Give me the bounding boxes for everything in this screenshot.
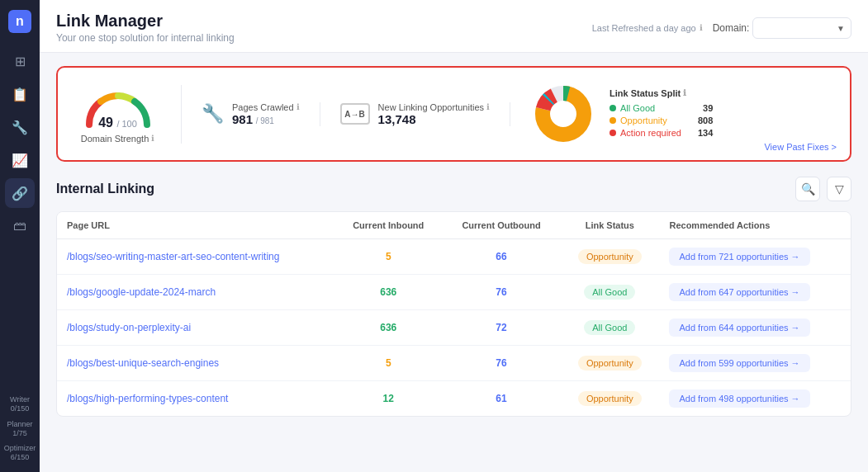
domain-strength-section: 49 / 100 Domain Strength ℹ [74,85,182,144]
cell-url-0: /blogs/seo-writing-master-art-seo-conten… [57,239,334,275]
cell-inbound-0: 5 [334,239,443,275]
cell-inbound-3: 5 [334,346,443,381]
cell-url-2: /blogs/study-on-perplexity-ai [57,310,334,346]
cell-status-3: Opportunity [560,346,659,381]
page-title: Link Manager [56,12,235,31]
pie-svg [530,81,596,147]
page-content: 49 / 100 Domain Strength ℹ 🔧 Pages Crawl… [40,53,868,472]
status-badge-2: All Good [584,320,635,335]
sidebar-item-box[interactable]: 🗃 [5,211,35,241]
cell-action-0: Add from 721 opportunities → [659,239,851,275]
table-row: /blogs/study-on-perplexity-ai 636 72 All… [57,310,851,346]
page-header: Link Manager Your one stop solution for … [40,0,868,53]
table-row: /blogs/seo-writing-master-art-seo-conten… [57,239,851,275]
url-link-0[interactable]: /blogs/seo-writing-master-art-seo-conten… [67,251,279,262]
status-badge-3: Opportunity [578,356,642,371]
link-opp-label: New Linking Opportunities ℹ [378,102,490,112]
domain-label: Domain: [713,22,750,34]
sidebar: n ⊞ 📋 🔧 📈 🔗 🗃 Writer0/150 Planner1/75 Op… [0,0,40,472]
table-row: /blogs/google-update-2024-march 636 76 A… [57,275,851,310]
pages-crawled-value: 981 / 981 [232,112,300,126]
col-outbound: Current Outbound [443,212,560,239]
col-status: Link Status [560,212,659,239]
domain-strength-label: Domain Strength ℹ [81,134,155,144]
sidebar-item-tools[interactable]: 🔧 [5,112,35,142]
cell-url-4: /blogs/high-performing-types-content [57,381,334,417]
cell-outbound-0: 66 [443,239,560,275]
cell-outbound-3: 76 [443,346,560,381]
section-actions: 🔍 ▽ [795,177,851,201]
cell-url-1: /blogs/google-update-2024-march [57,275,334,310]
table-row: /blogs/high-performing-types-content 12 … [57,381,851,417]
opportunity-label: Opportunity [620,116,667,125]
refresh-info-icon[interactable]: ℹ [700,23,703,32]
sidebar-planner[interactable]: Planner1/75 [7,420,32,438]
sidebar-item-chart[interactable]: 📈 [5,145,35,175]
link-opp-text: New Linking Opportunities ℹ 13,748 [378,102,490,126]
sidebar-optimizer[interactable]: Optimizer6/150 [4,444,36,462]
view-past-fixes[interactable]: View Past Fixes > [764,142,837,152]
sidebar-item-link[interactable]: 🔗 [5,178,35,208]
action-button-1[interactable]: Add from 647 opportunities → [669,283,809,301]
pages-crawled-info-icon[interactable]: ℹ [296,102,300,111]
link-opportunities-section: A→B New Linking Opportunities ℹ 13,748 [320,102,510,126]
internal-linking-header: Internal Linking 🔍 ▽ [56,177,851,201]
status-badge-4: Opportunity [578,391,642,406]
action-button-4[interactable]: Add from 498 opportunities → [669,389,809,408]
pages-crawled-label: Pages Crawled ℹ [232,102,300,112]
internal-linking-title: Internal Linking [56,182,154,196]
allgood-count: 39 [703,103,713,113]
page-subtitle: Your one stop solution for internal link… [56,32,235,44]
filter-button[interactable]: ▽ [827,177,851,201]
last-refreshed: Last Refreshed a day ago ℹ [592,23,703,33]
cell-status-4: Opportunity [560,381,659,417]
link-opp-info-icon[interactable]: ℹ [486,102,490,111]
table-row: /blogs/best-unique-search-engines 5 76 O… [57,346,851,381]
status-badge-0: Opportunity [578,249,642,264]
cell-action-3: Add from 599 opportunities → [659,346,851,381]
domain-info-icon[interactable]: ℹ [151,134,154,143]
cell-outbound-2: 72 [443,310,560,346]
pie-chart [530,81,596,147]
app-logo[interactable]: n [8,10,31,33]
domain-strength-value: 49 / 100 [98,116,137,130]
action-button-0[interactable]: Add from 721 opportunities → [669,248,809,266]
link-status-section: Link Status Split ℹ All Good 39 Opp [510,81,833,147]
search-button[interactable]: 🔍 [795,177,820,201]
sidebar-item-doc[interactable]: 📋 [5,79,35,109]
allgood-label: All Good [620,103,655,113]
internal-linking-table: Page URL Current Inbound Current Outboun… [56,211,851,417]
action-button-2[interactable]: Add from 644 opportunities → [669,319,809,337]
cell-inbound-4: 12 [334,381,443,417]
cell-action-4: Add from 498 opportunities → [659,381,851,417]
action-required-dot [609,130,616,136]
pie-legend-title: Link Status Split ℹ [609,88,713,98]
cell-status-1: All Good [560,275,659,310]
url-link-1[interactable]: /blogs/google-update-2024-march [67,286,216,298]
sidebar-writer-label: Writer0/150 [10,395,30,413]
sidebar-writer[interactable]: Writer0/150 [10,395,30,413]
cell-url-3: /blogs/best-unique-search-engines [57,346,334,381]
wrench-icon: 🔧 [202,103,224,125]
pie-legend: Link Status Split ℹ All Good 39 Opp [609,88,713,140]
url-link-3[interactable]: /blogs/best-unique-search-engines [67,357,219,369]
main-content: Link Manager Your one stop solution for … [40,0,868,472]
url-link-2[interactable]: /blogs/study-on-perplexity-ai [67,322,191,333]
cell-action-1: Add from 647 opportunities → [659,275,851,310]
action-button-3[interactable]: Add from 599 opportunities → [669,354,809,372]
domain-select[interactable] [752,17,851,39]
cell-inbound-2: 636 [334,310,443,346]
action-required-count: 134 [698,128,713,138]
sidebar-item-grid[interactable]: ⊞ [5,46,35,76]
gauge-container: 49 / 100 [81,85,155,130]
pages-crawled-section: 🔧 Pages Crawled ℹ 981 / 981 [182,102,320,126]
cell-action-2: Add from 644 opportunities → [659,310,851,346]
legend-opportunity: Opportunity 808 [609,116,713,125]
ab-icon: A→B [340,103,370,125]
cell-outbound-4: 61 [443,381,560,417]
link-opp-value: 13,748 [378,112,490,126]
cell-status-0: Opportunity [560,239,659,275]
url-link-4[interactable]: /blogs/high-performing-types-content [67,393,228,404]
pie-info-icon[interactable]: ℹ [683,88,686,97]
header-left: Link Manager Your one stop solution for … [56,12,235,44]
